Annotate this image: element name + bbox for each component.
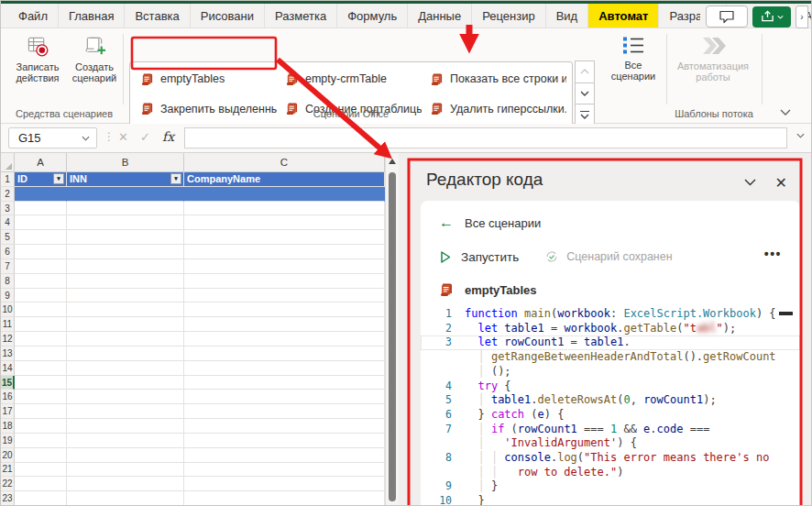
cell-C12[interactable] [184,332,385,346]
code-line[interactable]: 5 │ table1.deleteRowsAt(0, rowCount1); [421,393,800,408]
row-header-17[interactable]: 17 [1,404,15,419]
cell-A13[interactable] [15,346,67,361]
gallery-scroll-up-button[interactable] [575,60,595,83]
gallery-script-empty-crmTable[interactable]: empty-crmTable [277,64,422,94]
enter-icon[interactable]: ✓ [140,130,150,144]
cell-A1[interactable]: ID▾ [15,172,67,187]
cell-B5[interactable] [67,230,184,245]
code-line[interactable]: │ (); [421,365,800,380]
cell-C23[interactable] [184,491,385,505]
code-line[interactable]: 9 │ } [421,479,800,494]
cell-A19[interactable] [15,434,67,448]
cell-B12[interactable] [67,332,184,346]
cell-C10[interactable] [184,302,385,317]
row-header-14[interactable]: 14 [1,361,15,376]
row-header-6[interactable]: 6 [1,245,15,259]
cell-B23[interactable] [67,491,184,505]
code-line[interactable]: 1function main(workbook: ExcelScript.Wor… [421,307,800,322]
cell-B14[interactable] [67,361,184,376]
row-header-4[interactable]: 4 [1,215,15,230]
cell-A3[interactable] [15,202,67,216]
cell-C17[interactable] [184,404,385,419]
cell-B21[interactable] [67,463,184,478]
cell-A2[interactable] [15,187,67,202]
code-line[interactable]: 2 let table1 = workbook.getTable("tabl")… [421,322,800,336]
cell-C3[interactable] [184,202,385,216]
column-header-B[interactable]: B [67,153,184,172]
cell-C19[interactable] [184,434,385,448]
cell-B11[interactable] [67,317,184,332]
cell-A5[interactable] [15,230,67,245]
cell-B9[interactable] [67,289,184,303]
new-script-button[interactable]: Создать сценарий [65,34,124,83]
row-header-18[interactable]: 18 [1,419,15,434]
filter-dropdown-icon[interactable]: ▾ [53,173,64,184]
cell-A21[interactable] [15,463,67,478]
row-header-20[interactable]: 20 [1,448,15,463]
formula-bar-expand-icon[interactable] [796,133,805,138]
tab-Рисовани[interactable]: Рисовани [191,4,265,28]
formula-bar-drag-handle[interactable]: ⋮ [104,130,115,143]
panel-collapse-icon[interactable] [744,179,756,186]
tab-Разметка[interactable]: Разметка [265,4,337,28]
cell-B1[interactable]: INN▾ [67,172,184,187]
cell-B3[interactable] [67,202,184,216]
scrollbar-thumb[interactable] [389,172,396,501]
insert-function-icon[interactable]: fx [162,129,174,144]
cell-C8[interactable] [184,274,385,289]
cell-C14[interactable] [184,361,385,376]
cell-C22[interactable] [184,477,385,491]
code-line[interactable]: 6 } catch (e) { [421,408,800,423]
cell-B17[interactable] [67,404,184,419]
cell-C9[interactable] [184,289,385,303]
cell-B16[interactable] [67,390,184,404]
cell-A10[interactable] [15,302,67,317]
tab-Вид[interactable]: Вид [546,4,589,28]
row-header-9[interactable]: 9 [1,289,15,303]
row-header-12[interactable]: 12 [1,332,15,346]
row-header-23[interactable]: 23 [1,491,15,505]
name-box[interactable]: G15 [8,127,97,148]
cell-B15[interactable] [67,376,184,390]
cell-A22[interactable] [15,477,67,491]
column-header-C[interactable]: C [184,153,385,172]
cell-B8[interactable] [67,274,184,289]
cell-A6[interactable] [15,245,67,259]
select-all-corner[interactable] [1,153,15,172]
cell-B4[interactable] [67,215,184,230]
cell-B10[interactable] [67,302,184,317]
name-box-chevron-icon[interactable] [82,136,90,141]
cell-C4[interactable] [184,215,385,230]
cell-A20[interactable] [15,448,67,463]
code-line[interactable]: 10 } [421,494,800,506]
cell-A14[interactable] [15,361,67,376]
share-button[interactable] [752,6,791,28]
vertical-scrollbar[interactable] [385,153,399,505]
cell-A4[interactable] [15,215,67,230]
cell-B19[interactable] [67,434,184,448]
row-header-22[interactable]: 22 [1,477,15,491]
cancel-icon[interactable]: ✕ [118,130,128,144]
row-header-7[interactable]: 7 [1,259,15,274]
cell-C1[interactable]: CompanyName [184,172,385,187]
cell-C15[interactable] [184,376,385,390]
row-header-15[interactable]: 15 [1,376,15,390]
cell-B20[interactable] [67,448,184,463]
tab-Вставка[interactable]: Вставка [125,4,190,28]
tab-Файл[interactable]: Файл [8,4,59,28]
cell-A8[interactable] [15,274,67,289]
cell-A9[interactable] [15,289,67,303]
cell-A15[interactable] [15,376,67,390]
formula-input[interactable] [184,127,787,148]
row-header-5[interactable]: 5 [1,230,15,245]
cell-B7[interactable] [67,259,184,274]
cell-B18[interactable] [67,419,184,434]
cell-C18[interactable] [184,419,385,434]
cell-A18[interactable] [15,419,67,434]
cell-B2[interactable] [67,187,184,202]
cell-B13[interactable] [67,346,184,361]
cell-C6[interactable] [184,245,385,259]
row-header-1[interactable]: 1 [1,172,15,187]
cell-A23[interactable] [15,491,67,505]
run-button[interactable]: Запустить [461,250,519,264]
